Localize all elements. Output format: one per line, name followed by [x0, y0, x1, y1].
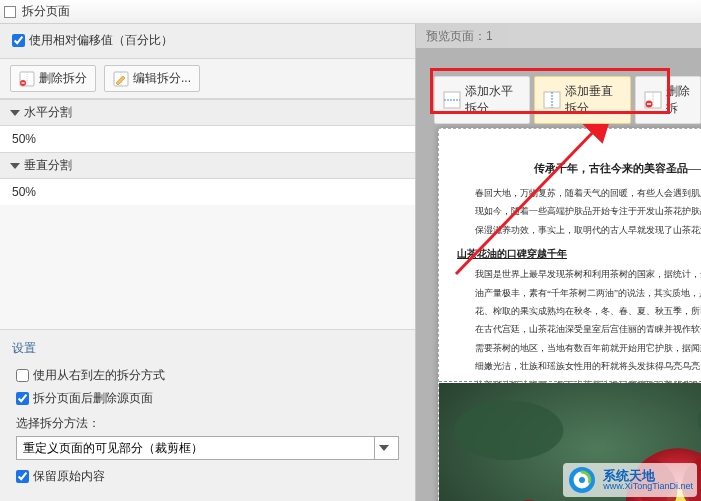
split-settings-panel: 使用相对偏移值（百分比） 删除拆分 编辑拆分... 水平分割 50% [0, 24, 416, 501]
keep-original-checkbox[interactable]: 保留原始内容 [16, 468, 399, 485]
doc-para: 在古代宫廷，山茶花油深受皇室后宫佳丽的青睐并视作软体佳品。民间妇女也知山茶…… [457, 322, 701, 336]
collapse-icon [10, 163, 20, 169]
doc-subhead: 山茶花油的口碑穿越千年 [457, 247, 701, 261]
horizontal-split-header[interactable]: 水平分割 [0, 99, 415, 126]
doc-para: 我国是世界上最早发现茶树和利用茶树的国家，据统计，全球茶油产量的90%…… [457, 267, 701, 281]
delete-split-preview-icon [644, 91, 662, 109]
delete-source-checkbox[interactable]: 拆分页面后删除源页面 [16, 390, 399, 407]
split-method-label: 选择拆分方法： [16, 415, 399, 432]
add-vertical-split-label: 添加垂直拆分 [565, 83, 621, 117]
edit-split-label: 编辑拆分... [133, 70, 191, 87]
horizontal-split-icon [443, 91, 461, 109]
svg-rect-13 [647, 103, 651, 105]
relative-offset-input[interactable] [12, 34, 25, 47]
vertical-split-value[interactable]: 50% [0, 179, 415, 205]
doc-para: 油产量极丰，素有“千年茶树二两油”的说法，其实质地，是山茶树生长缓慢、树龄…… [457, 286, 701, 300]
keep-original-input[interactable] [16, 470, 29, 483]
relative-offset-row: 使用相对偏移值（百分比） [0, 24, 415, 59]
window-title: 拆分页面 [22, 3, 70, 20]
delete-source-input[interactable] [16, 392, 29, 405]
app-icon [4, 6, 16, 18]
horizontal-split-value[interactable]: 50% [0, 126, 415, 152]
document-preview: 传承千年，古往今来的美容圣品——山茶花 春回大地，万物复苏，随着天气的回暖，有些… [438, 128, 701, 501]
doc-para: 花、榨取的果实成熟均在秋冬，冬、春、夏、秋五季，所以营养独特。 [457, 304, 701, 318]
delete-split-button[interactable]: 删除拆分 [10, 65, 96, 92]
delete-split-preview-label: 删除拆 [666, 83, 692, 117]
spacer [0, 205, 415, 329]
dropdown-arrow-icon [374, 437, 392, 459]
vertical-split-icon [543, 91, 561, 109]
doc-para: 保湿滋养功效，事实上，取明代的古人早就发现了山茶花油的奥秘，并把它视为珍贵…… [457, 223, 701, 237]
svg-point-28 [579, 477, 585, 483]
preview-toolbar: 添加水平拆分 添加垂直拆分 删除拆 [434, 76, 701, 124]
vertical-split-header-label: 垂直分割 [24, 157, 72, 174]
split-method-select[interactable]: 重定义页面的可见部分（裁剪框） [16, 436, 399, 460]
doc-title: 传承千年，古往今来的美容圣品——山茶花 [457, 161, 701, 176]
relative-offset-label: 使用相对偏移值（百分比） [29, 32, 173, 49]
rtl-split-input[interactable] [16, 369, 29, 382]
doc-para: 细嫩光洁，壮族和瑶族女性用的秆就将头发抹得乌亮乌亮，头发柔顺又黑亮。如今…… [457, 359, 701, 373]
add-horizontal-split-button[interactable]: 添加水平拆分 [434, 76, 530, 124]
horizontal-split-header-label: 水平分割 [24, 104, 72, 121]
rtl-split-checkbox[interactable]: 使用从右到左的拆分方式 [16, 367, 399, 384]
rtl-split-label: 使用从右到左的拆分方式 [33, 367, 165, 384]
relative-offset-checkbox[interactable]: 使用相对偏移值（百分比） [12, 32, 173, 49]
delete-split-preview-button[interactable]: 删除拆 [635, 76, 701, 124]
preview-panel: 预览页面：1 添加水平拆分 添加垂直拆分 删除拆 [416, 24, 701, 501]
svg-rect-3 [22, 82, 25, 83]
settings-section: 设置 使用从右到左的拆分方式 拆分页面后删除源页面 选择拆分方法： 重定义页面的… [0, 329, 415, 501]
watermark-logo: 系统天地 www.XiTongTianDi.net [563, 463, 697, 497]
window-titlebar: 拆分页面 [0, 0, 701, 24]
edit-split-icon [113, 71, 129, 87]
add-horizontal-split-label: 添加水平拆分 [465, 83, 521, 117]
delete-split-icon [19, 71, 35, 87]
delete-source-label: 拆分页面后删除源页面 [33, 390, 153, 407]
preview-header-label: 预览页面：1 [426, 28, 493, 45]
doc-para: 现如今，随着一些高端护肤品开始专注于开发山茶花护肤品。林清轩山茶花油，…… [457, 204, 701, 218]
svg-point-16 [454, 400, 563, 460]
split-edit-toolbar: 删除拆分 编辑拆分... [0, 59, 415, 99]
logo-icon [567, 465, 597, 495]
settings-title: 设置 [12, 340, 403, 357]
logo-url: www.XiTongTianDi.net [603, 482, 693, 491]
preview-header: 预览页面：1 [416, 24, 701, 48]
delete-split-label: 删除拆分 [39, 70, 87, 87]
split-method-value: 重定义页面的可见部分（裁剪框） [23, 440, 203, 457]
collapse-icon [10, 110, 20, 116]
add-vertical-split-button[interactable]: 添加垂直拆分 [534, 76, 630, 124]
keep-original-label: 保留原始内容 [33, 468, 105, 485]
split-guide-horizontal[interactable] [439, 381, 701, 382]
vertical-split-header[interactable]: 垂直分割 [0, 152, 415, 179]
edit-split-button[interactable]: 编辑拆分... [104, 65, 200, 92]
doc-para: 需要茶树的地区，当地有数百年前就开始用它护肤，据闻慈禧太后爱女性喜欢用山…… [457, 341, 701, 355]
doc-para: 春回大地，万物复苏，随着天气的回暖，有些人会遇到肌肤干燥、敏感等问题…… [457, 186, 701, 200]
